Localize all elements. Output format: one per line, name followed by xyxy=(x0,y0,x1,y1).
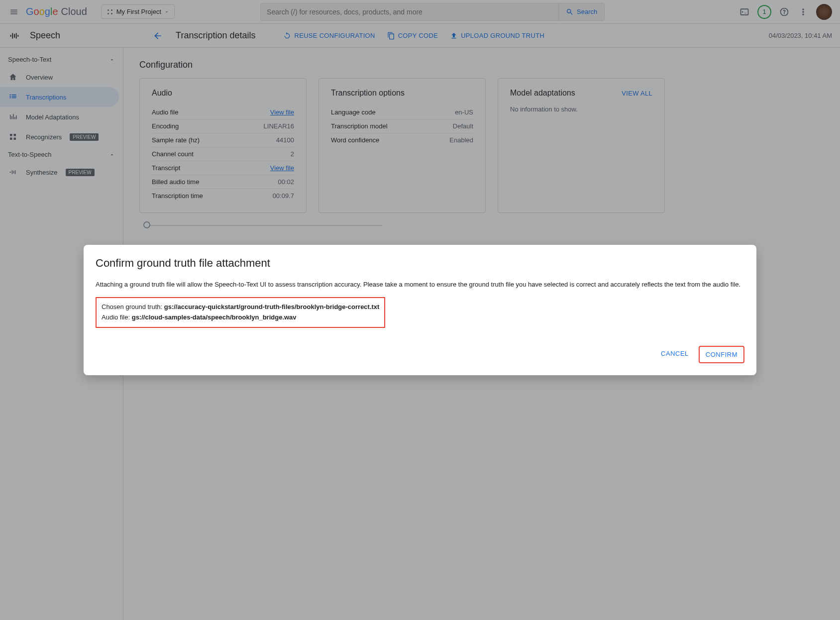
ground-truth-path: gs://accuracy-quickstart/ground-truth-fi… xyxy=(164,303,380,310)
cancel-button[interactable]: CANCEL xyxy=(655,346,695,363)
confirm-button[interactable]: CONFIRM xyxy=(699,346,744,363)
audio-file-path: gs://cloud-samples-data/speech/brooklyn_… xyxy=(132,313,297,321)
modal-overlay: Confirm ground truth file attachment Att… xyxy=(0,0,840,620)
file-info-box: Chosen ground truth: gs://accuracy-quick… xyxy=(96,297,385,328)
confirm-modal: Confirm ground truth file attachment Att… xyxy=(84,245,756,375)
modal-title: Confirm ground truth file attachment xyxy=(96,257,744,270)
modal-body: Attaching a ground truth file will allow… xyxy=(96,280,744,290)
